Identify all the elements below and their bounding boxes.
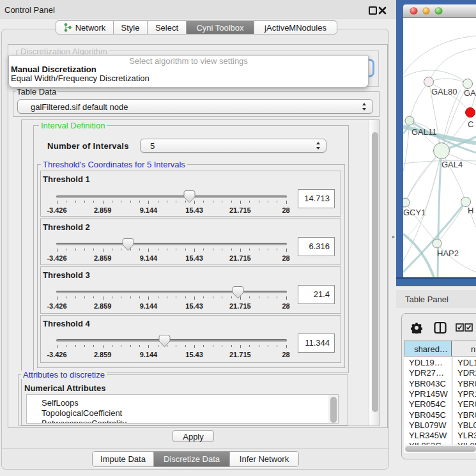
svg-text:GAL80: GAL80	[431, 87, 457, 96]
svg-text:C: C	[468, 119, 473, 129]
svg-text:H: H	[468, 206, 473, 215]
svg-text:GAL11: GAL11	[411, 127, 437, 137]
svg-text:GAL4: GAL4	[441, 160, 463, 169]
svg-text:GCY1: GCY1	[403, 208, 426, 217]
svg-text:GA: GA	[464, 88, 476, 98]
svg-text:HAP2: HAP2	[437, 249, 459, 258]
